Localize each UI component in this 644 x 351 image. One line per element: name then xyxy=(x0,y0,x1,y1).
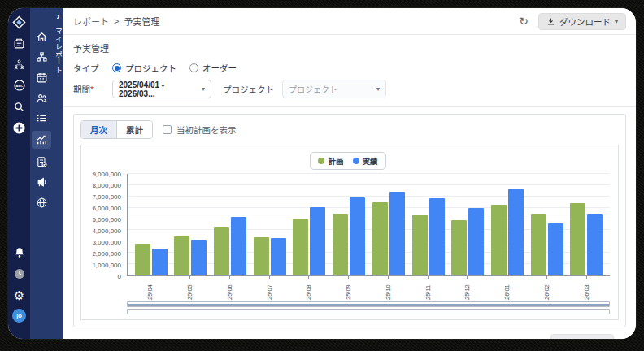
page-title: 予実管理 xyxy=(73,41,626,54)
x-tick-25/04: 25/04 xyxy=(134,276,167,300)
tab-1[interactable]: 累計 xyxy=(116,121,152,138)
bar-実績-25/09 xyxy=(350,197,365,275)
bar-計画-26/03 xyxy=(570,203,585,275)
legend-swatch-icon xyxy=(318,158,324,164)
bar-group-26/03 xyxy=(570,174,603,275)
search-icon[interactable] xyxy=(11,99,27,114)
y-tick-label: 7,000,000 xyxy=(92,193,121,201)
bar-group-25/06 xyxy=(214,174,246,275)
bar-group-25/12 xyxy=(451,174,484,275)
period-select[interactable]: 2025/04/01 - 2026/03... ▾ xyxy=(112,80,211,98)
y-tick-label: 2,000,000 xyxy=(92,250,121,258)
bar-group-25/07 xyxy=(254,174,286,275)
toggle-item-0: マイルストーンを表示 xyxy=(73,338,180,339)
documents-icon[interactable] xyxy=(11,36,27,50)
bar-実績-25/08 xyxy=(310,207,325,275)
y-tick-label: 1,000,000 xyxy=(92,262,121,269)
y-tick-label: 8,000,000 xyxy=(92,182,121,189)
bar-実績-25/12 xyxy=(468,208,484,275)
download-label: ダウンロード xyxy=(559,15,611,28)
sheet-selector-button[interactable]: 損益シート xyxy=(550,334,614,339)
display-toggles-row: マイルストーンを表示オーダー全体の原価率を表示全てのプロジェクトを表示損益シート xyxy=(63,327,636,339)
x-axis-labels: 25/0425/0525/0625/0725/0825/0925/1025/11… xyxy=(127,276,610,300)
y-tick-label: 3,000,000 xyxy=(92,239,121,246)
download-caret-icon: ▾ xyxy=(615,18,618,25)
svg-text:ABC: ABC xyxy=(15,84,23,88)
type-radio-1[interactable]: オーダー xyxy=(189,62,237,74)
navigator-range-bar[interactable] xyxy=(127,301,610,307)
x-tick-26/03: 26/03 xyxy=(570,276,603,300)
chart-legend: 計画実績 xyxy=(310,152,385,170)
required-mark: * xyxy=(90,84,94,94)
bar-group-25/05 xyxy=(174,174,207,275)
bar-計画-25/04 xyxy=(135,244,150,275)
x-tick-25/11: 25/11 xyxy=(411,276,444,300)
analytics-chart-icon[interactable] xyxy=(32,131,51,149)
checkbox-label: 当初計画を表示 xyxy=(176,124,237,136)
x-tick-25/05: 25/05 xyxy=(174,276,207,300)
bar-実績-26/02 xyxy=(548,223,564,275)
download-button[interactable]: ダウンロード ▾ xyxy=(538,13,626,30)
bar-group-25/11 xyxy=(412,174,445,275)
y-tick-label: 5,000,000 xyxy=(92,216,121,223)
app-window: ABC ⚙ jo xyxy=(8,8,636,339)
task-list-icon[interactable] xyxy=(34,110,50,125)
bar-実績-25/07 xyxy=(271,238,286,275)
primary-sidebar: ABC ⚙ jo xyxy=(8,8,30,339)
org-people-icon[interactable] xyxy=(11,57,27,72)
report-check-icon[interactable] xyxy=(34,154,50,169)
bar-実績-25/05 xyxy=(191,240,207,275)
expand-chevron-icon[interactable]: › xyxy=(57,11,60,21)
drawer-strip: › マイレポート xyxy=(53,8,63,339)
my-report-drawer-tab[interactable]: マイレポート xyxy=(54,28,63,74)
members-icon[interactable] xyxy=(34,90,50,105)
initial-plan-checkbox[interactable]: 当初計画を表示 xyxy=(163,124,237,136)
megaphone-icon[interactable] xyxy=(34,175,50,189)
legend-item: 計画 xyxy=(318,155,343,167)
notifications-bell-icon[interactable] xyxy=(11,245,27,260)
toggle-item-2: 全てのプロジェクトを表示 xyxy=(333,338,456,339)
bar-計画-25/12 xyxy=(451,220,467,275)
project-select[interactable]: プロジェクト ▾ xyxy=(282,80,386,98)
y-tick-label: 9,000,000 xyxy=(92,171,121,178)
tab-0[interactable]: 月次 xyxy=(81,121,116,138)
view-tab-group: 月次累計 xyxy=(80,120,153,139)
home-icon[interactable] xyxy=(34,29,50,44)
bar-実績-25/11 xyxy=(429,198,445,275)
breadcrumb: レポート > 予実管理 xyxy=(73,15,159,28)
globe-icon[interactable] xyxy=(34,195,50,210)
bar-実績-25/06 xyxy=(231,217,246,275)
logo-diamond-icon[interactable] xyxy=(11,15,27,29)
breadcrumb-reports[interactable]: レポート xyxy=(73,15,109,28)
refresh-icon[interactable]: ↻ xyxy=(519,15,529,27)
type-radio-0[interactable]: プロジェクト xyxy=(112,62,176,74)
user-avatar[interactable]: jo xyxy=(12,309,26,323)
y-tick-label: 6,000,000 xyxy=(92,205,121,212)
plot-area xyxy=(127,174,610,276)
period-label: 期間* xyxy=(73,83,112,95)
settings-gear-icon[interactable]: ⚙ xyxy=(11,288,27,302)
filter-section: 予実管理 タイプ プロジェクトオーダー 期間* 2025/04/01 - 202… xyxy=(63,35,636,107)
download-icon xyxy=(546,17,555,26)
radio-dot-icon xyxy=(112,63,121,72)
type-label: タイプ xyxy=(73,62,112,74)
calendar-icon[interactable] xyxy=(34,70,50,84)
x-tick-25/06: 25/06 xyxy=(213,276,246,300)
world-clock-icon[interactable] xyxy=(11,266,27,281)
navigator-scroll-bar[interactable] xyxy=(127,309,610,314)
add-plus-icon[interactable] xyxy=(11,120,27,135)
bar-計画-25/05 xyxy=(174,236,189,275)
chart-navigator xyxy=(127,301,610,314)
bar-計画-25/07 xyxy=(254,237,269,275)
bar-計画-25/06 xyxy=(214,227,229,275)
secondary-sidebar xyxy=(30,8,53,339)
x-tick-26/01: 26/01 xyxy=(491,276,524,300)
x-tick-25/07: 25/07 xyxy=(253,276,285,300)
bar-実績-26/03 xyxy=(587,214,603,275)
workflow-icon[interactable] xyxy=(34,50,50,64)
bar-group-25/04 xyxy=(135,174,168,275)
y-axis-labels: 01,000,0002,000,0003,000,0004,000,0005,0… xyxy=(86,174,127,276)
abc-badge-icon[interactable]: ABC xyxy=(11,78,27,93)
type-radio-group: プロジェクトオーダー xyxy=(112,62,250,74)
x-tick-25/08: 25/08 xyxy=(293,276,325,300)
